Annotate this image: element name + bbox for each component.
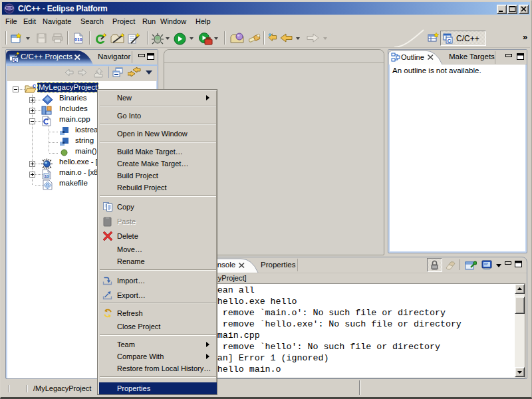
svg-text:C: C [448, 38, 452, 44]
svg-text:10: 10 [45, 174, 49, 178]
svg-text:C: C [33, 84, 36, 88]
svg-text:C: C [13, 57, 17, 63]
svg-text:010: 010 [74, 37, 82, 42]
